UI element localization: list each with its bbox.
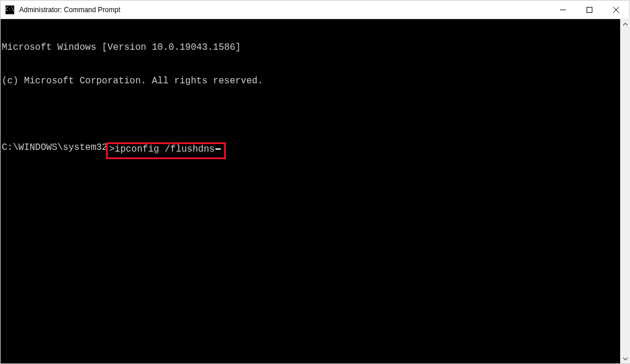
terminal-area[interactable]: Microsoft Windows [Version 10.0.19043.15…	[1, 19, 629, 363]
chevron-up-icon	[623, 22, 628, 27]
titlebar[interactable]: C:\ Administrator: Command Prompt	[1, 1, 629, 19]
svg-rect-1	[587, 7, 592, 12]
maximize-icon	[587, 7, 592, 13]
terminal-prompt-line: C:\WINDOWS\system32>ipconfig /flushdns	[2, 142, 628, 159]
terminal-header-line-1: Microsoft Windows [Version 10.0.19043.15…	[2, 42, 628, 53]
chevron-down-icon	[623, 356, 628, 361]
close-icon	[613, 7, 619, 13]
vertical-scrollbar[interactable]	[620, 19, 630, 363]
window-title: Administrator: Command Prompt	[19, 6, 120, 14]
close-button[interactable]	[603, 1, 629, 19]
terminal-prompt-symbol: >	[109, 144, 115, 155]
window-controls	[550, 1, 629, 19]
terminal-blank-line	[2, 109, 628, 120]
terminal-header-line-2: (c) Microsoft Corporation. All rights re…	[2, 76, 628, 87]
maximize-button[interactable]	[576, 1, 603, 19]
command-highlight-box: >ipconfig /flushdns	[106, 142, 225, 159]
cmd-icon: C:\	[5, 5, 14, 14]
command-prompt-window: C:\ Administrator: Command Prompt Micros…	[0, 0, 630, 364]
minimize-icon	[560, 7, 566, 13]
titlebar-left: C:\ Administrator: Command Prompt	[1, 5, 120, 14]
terminal-command: ipconfig /flushdns	[115, 144, 215, 155]
minimize-button[interactable]	[550, 1, 576, 19]
scroll-down-button[interactable]	[620, 354, 630, 363]
scroll-up-button[interactable]	[620, 19, 630, 29]
terminal-cursor	[215, 148, 221, 150]
terminal-prompt-path: C:\WINDOWS\system32	[2, 142, 107, 153]
scroll-track[interactable]	[620, 29, 630, 354]
